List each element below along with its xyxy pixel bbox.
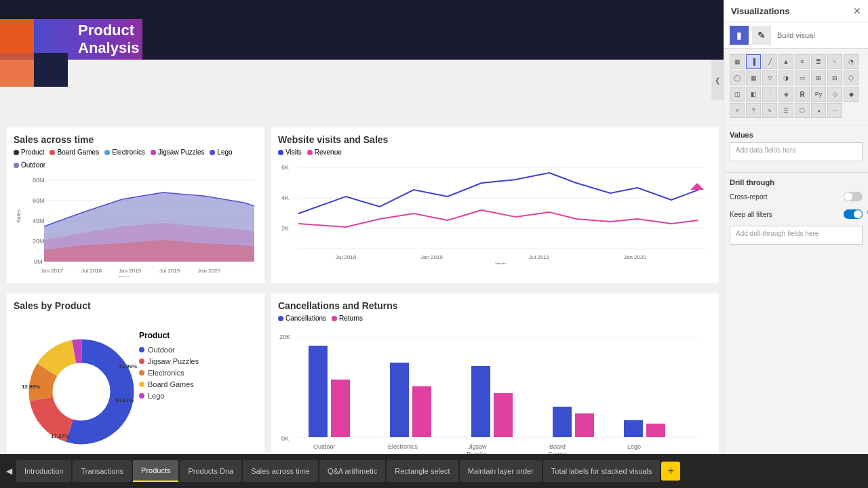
cross-report-row: Cross-report Off — [730, 192, 863, 201]
viz-icon-py[interactable]: Py — [811, 87, 826, 102]
viz-icon-column[interactable]: ▐ — [746, 54, 761, 69]
tab-products[interactable]: Products — [133, 460, 178, 482]
keep-filters-toggle[interactable]: On — [844, 209, 863, 219]
viz-icon-decomp[interactable]: ⋮ — [762, 87, 777, 102]
viz-icon-azure-map[interactable]: ◧ — [746, 87, 761, 102]
tab-rectangle[interactable]: Rectangle select — [387, 460, 458, 482]
legend-jigsaw: Jigsaw Puzzles — [139, 357, 199, 365]
build-visual-label: Build visual — [777, 31, 815, 39]
values-label: Values — [730, 131, 863, 139]
tab-stacked[interactable]: Total labels for stacked visuals — [543, 460, 660, 482]
legend-dot-outdoor — [14, 163, 19, 168]
viz-icon-matrix[interactable]: ⊟ — [827, 70, 842, 85]
viz-icon-pie[interactable]: ◔ — [844, 54, 859, 69]
svg-rect-53 — [553, 407, 572, 437]
legend-cancellations: Cancellations — [278, 314, 326, 322]
viz-icons-section: ▦ ▐ ╱ ▲ ≡ ≣ ⁙ ◔ ◯ ▦ ▽ ◑ ▭ ⊞ ⊟ ⬡ ◫ ◧ ⋮ ◈ … — [724, 49, 868, 125]
canvas-area: Sales across time Product Board Games El… — [0, 60, 724, 454]
legend-item-outdoor: Outdoor — [14, 161, 45, 169]
svg-text:Jul 2019: Jul 2019 — [529, 254, 550, 260]
values-placeholder: Add data fields here — [736, 146, 796, 154]
viz-icon-hex[interactable]: ⬡ — [795, 103, 810, 118]
viz-icon-slicer[interactable]: ▿ — [730, 103, 745, 118]
viz-icon-diamond[interactable]: ⬧ — [811, 103, 826, 118]
tab-introduction[interactable]: Introduction — [16, 460, 71, 482]
svg-text:Jan 2019: Jan 2019 — [119, 268, 141, 274]
viz-icon-donut[interactable]: ◯ — [730, 70, 745, 85]
tab-sales-across-time[interactable]: Sales across time — [243, 460, 318, 482]
svg-text:Electronics: Electronics — [388, 443, 418, 450]
drill-add-area-wrapper: Add drill-through fields here — [730, 226, 863, 245]
sales-time-chart: Sales across time Product Board Games El… — [7, 127, 264, 283]
website-title: Website visits and Sales — [278, 134, 712, 145]
viz-icon-stackedbar[interactable]: ≡ — [795, 54, 810, 69]
legend-dot-jigsaw — [151, 150, 156, 155]
svg-text:Jan 2020: Jan 2020 — [624, 254, 646, 260]
viz-icon-area[interactable]: ▲ — [778, 54, 793, 69]
viz-icon-paginated[interactable]: ☰ — [778, 103, 793, 118]
svg-text:4K: 4K — [281, 195, 289, 201]
svg-text:Year: Year — [119, 274, 130, 277]
viz-icon-qna[interactable]: ? — [746, 103, 761, 118]
svg-point-38 — [53, 363, 110, 420]
product-legend: Product Outdoor Jigsaw Puzzles Electroni… — [139, 331, 199, 403]
svg-text:Jul 2018: Jul 2018 — [81, 268, 102, 274]
viz-icon-key-inf[interactable]: ◈ — [778, 87, 793, 102]
svg-text:0K: 0K — [281, 435, 289, 442]
viz-icon-custom2[interactable]: ◆ — [844, 87, 859, 102]
legend-dot-electronics — [104, 150, 110, 155]
viz-icon-scatter[interactable]: ⁙ — [827, 54, 842, 69]
legend-returns: Returns — [332, 314, 363, 322]
viz-icon-bar[interactable]: ▦ — [730, 54, 745, 69]
svg-marker-27 — [690, 183, 704, 190]
format-visual-icon[interactable]: ✎ — [752, 26, 771, 45]
viz-icon-filled-map[interactable]: ◫ — [730, 87, 745, 102]
viz-panel-title: Visualizations — [731, 6, 789, 16]
viz-icon-table[interactable]: ⊞ — [811, 70, 826, 85]
svg-text:40M: 40M — [33, 218, 45, 224]
viz-icon-line[interactable]: ╱ — [762, 54, 777, 69]
legend-dot-cancel — [278, 316, 283, 321]
values-drop-area[interactable]: Add data fields here — [730, 142, 863, 161]
viz-icon-waterfall[interactable]: ≣ — [811, 54, 826, 69]
tab-layer-order[interactable]: Maintain layer order — [460, 460, 542, 482]
tab-transactions[interactable]: Transactions — [73, 460, 132, 482]
svg-text:Board: Board — [549, 443, 566, 450]
tab-scroll-left[interactable]: ◀ — [3, 466, 15, 476]
drill-add-area[interactable]: Add drill-through fields here — [730, 226, 863, 245]
values-section: Values Add data fields here — [724, 125, 868, 172]
viz-icon-ellipsis[interactable]: ··· — [827, 103, 842, 118]
legend-dot-product — [14, 150, 19, 155]
viz-icon-map[interactable]: ⬡ — [844, 70, 859, 85]
svg-rect-54 — [575, 413, 594, 437]
close-icon[interactable]: ✕ — [853, 5, 861, 16]
viz-icon-funnel[interactable]: ▽ — [762, 70, 777, 85]
viz-icon-gauge[interactable]: ◑ — [778, 70, 793, 85]
legend-lego: Lego — [139, 392, 199, 400]
build-visual-icon[interactable]: ▮ — [730, 26, 749, 45]
viz-icon-card[interactable]: ▭ — [795, 70, 810, 85]
viz-icon-custom1[interactable]: ◇ — [827, 87, 842, 102]
viz-panel-header: Visualizations ✕ — [724, 0, 868, 22]
collapse-button[interactable]: ❮ — [711, 60, 724, 100]
cancellations-title: Cancellations and Returns — [278, 300, 712, 311]
viz-icon-R[interactable]: R — [795, 87, 810, 102]
svg-rect-55 — [624, 420, 643, 437]
drill-through-title: Drill through — [730, 178, 863, 186]
legend-item-board: Board Games — [50, 148, 99, 156]
tab-products-dna[interactable]: Products Dna — [180, 460, 241, 482]
svg-text:60M: 60M — [33, 197, 45, 204]
cross-report-toggle[interactable]: Off — [844, 192, 863, 201]
legend-dot-lego — [210, 150, 215, 155]
tab-add-button[interactable]: + — [661, 462, 680, 481]
viz-icon-smart-narr[interactable]: ≈ — [762, 103, 777, 118]
svg-rect-51 — [471, 366, 490, 437]
logo-orange-bottom — [0, 53, 34, 87]
svg-text:6K: 6K — [281, 164, 289, 171]
tab-qna[interactable]: Q&A arithmetic — [319, 460, 385, 482]
website-legend: Visits Revenue — [278, 148, 712, 156]
svg-text:2K: 2K — [281, 225, 289, 232]
svg-text:11.96%: 11.96% — [119, 363, 137, 369]
viz-icon-treemap[interactable]: ▦ — [746, 70, 761, 85]
logo-dark — [34, 53, 68, 87]
